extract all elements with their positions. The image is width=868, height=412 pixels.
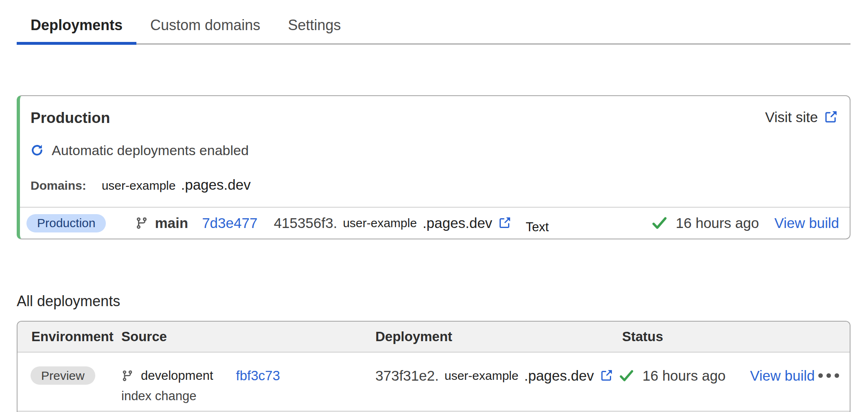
git-branch-icon	[121, 370, 134, 382]
column-header-environment: Environment	[18, 329, 121, 344]
column-header-status: Status	[616, 329, 850, 344]
refresh-icon	[31, 144, 44, 157]
tab-deployments[interactable]: Deployments	[17, 15, 136, 43]
deployment-id: 415356f3.	[274, 215, 337, 231]
production-title: Production	[31, 109, 110, 127]
branch-name: main	[155, 215, 188, 231]
deployment-suffix: .pages.dev	[423, 215, 492, 231]
deployment-host: user-example	[343, 216, 417, 230]
visit-site-link[interactable]: Visit site	[765, 109, 837, 125]
deployments-table: Environment Source Deployment Status Pre…	[17, 321, 850, 412]
tab-custom-domains[interactable]: Custom domains	[136, 15, 274, 43]
environment-badge: Preview	[31, 366, 95, 385]
commit-link[interactable]: fbf3c73	[236, 368, 280, 384]
commit-message: index change	[121, 388, 375, 404]
deploy-time: 16 hours ago	[676, 215, 759, 231]
branch-name: development	[141, 368, 213, 383]
deployment-suffix: .pages.dev	[524, 368, 594, 384]
domain-name: user-example	[102, 179, 176, 193]
tab-settings[interactable]: Settings	[274, 15, 355, 43]
production-deployment-row: Production main 7d3e477 415356f3. user-e…	[20, 207, 850, 239]
all-deployments-heading: All deployments	[17, 292, 868, 310]
external-link-icon[interactable]	[498, 217, 511, 230]
auto-deployments-text: Automatic deployments enabled	[52, 142, 249, 158]
view-build-link[interactable]: View build	[774, 215, 839, 231]
table-row: Preview development fbf3c73 index change…	[18, 353, 850, 412]
git-branch-icon	[135, 217, 148, 230]
production-card: Production Visit site Automatic deployme…	[17, 95, 850, 239]
ellipsis-menu-button[interactable]	[818, 373, 839, 378]
deploy-time: 16 hours ago	[642, 368, 726, 384]
column-header-deployment: Deployment	[375, 329, 616, 344]
environment-badge: Production	[26, 214, 106, 232]
external-link-icon	[824, 110, 837, 124]
deployment-host: user-example	[445, 369, 519, 383]
check-icon	[620, 370, 633, 382]
row-note-text: Text	[526, 220, 549, 234]
domains-label: Domains:	[31, 179, 86, 193]
domain-suffix: .pages.dev	[181, 177, 250, 193]
tab-bar: Deployments Custom domains Settings	[17, 15, 850, 45]
check-icon	[652, 217, 667, 230]
external-link-icon[interactable]	[600, 369, 613, 382]
production-card-body: Production Visit site Automatic deployme…	[20, 96, 850, 207]
column-header-source: Source	[121, 329, 375, 344]
deployment-id: 373f31e2.	[375, 368, 439, 384]
view-build-link[interactable]: View build	[750, 368, 815, 384]
commit-link[interactable]: 7d3e477	[202, 215, 257, 231]
table-header-row: Environment Source Deployment Status	[18, 322, 850, 353]
visit-site-label: Visit site	[765, 109, 818, 125]
